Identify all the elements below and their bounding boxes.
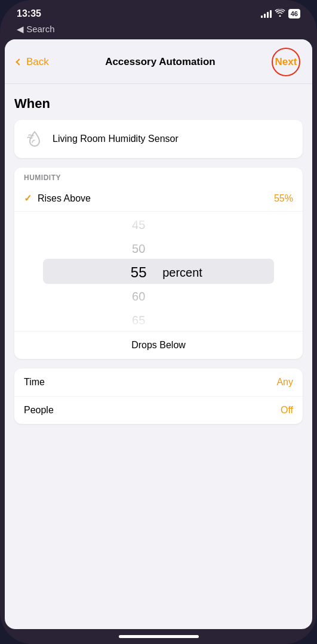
battery-icon: 46 bbox=[288, 9, 300, 18]
nav-bar: Back Accessory Automation Next bbox=[5, 39, 312, 84]
home-indicator bbox=[119, 635, 199, 638]
drops-below-row[interactable]: Drops Below bbox=[14, 331, 303, 359]
humidity-section-label: HUMIDITY bbox=[14, 168, 303, 185]
picker-number-column: 40 45 50 55 60 65 70 bbox=[115, 212, 162, 331]
time-row[interactable]: Time Any bbox=[14, 369, 303, 397]
search-area: ◀ Search bbox=[0, 23, 317, 39]
status-bar: 13:35 46 bbox=[0, 0, 317, 23]
time-label: Time bbox=[24, 377, 45, 388]
picker-item-60: 60 bbox=[115, 284, 162, 308]
people-label: People bbox=[24, 405, 54, 416]
rises-above-row[interactable]: ✓ Rises Above 55% bbox=[14, 185, 303, 212]
value-picker[interactable]: 40 45 50 55 60 65 70 percent bbox=[14, 212, 303, 331]
picker-item-65: 65 bbox=[115, 308, 162, 331]
humidity-section: HUMIDITY ✓ Rises Above 55% 40 45 bbox=[14, 168, 303, 359]
people-row[interactable]: People Off bbox=[14, 397, 303, 424]
search-back-label[interactable]: ◀ Search bbox=[17, 24, 55, 35]
rises-above-value: 55% bbox=[274, 193, 293, 204]
picker-item-50: 50 bbox=[115, 237, 162, 261]
device-card[interactable]: Living Room Humidity Sensor bbox=[14, 120, 303, 158]
main-card: Back Accessory Automation Next When bbox=[5, 39, 312, 629]
checkmark-icon: ✓ bbox=[24, 193, 32, 204]
people-value: Off bbox=[281, 405, 293, 416]
wifi-icon bbox=[275, 9, 285, 18]
status-time: 13:35 bbox=[17, 8, 41, 19]
next-button[interactable]: Next bbox=[272, 48, 300, 76]
phone-frame: 13:35 46 ◀ Search bbox=[0, 0, 317, 644]
page-title: Accessory Automation bbox=[105, 56, 216, 68]
chevron-left-icon bbox=[16, 58, 22, 65]
picker-item-45: 45 bbox=[115, 213, 162, 237]
picker-unit-label: percent bbox=[162, 261, 202, 284]
status-icons: 46 bbox=[261, 9, 300, 18]
drops-below-label: Drops Below bbox=[131, 340, 186, 350]
humidity-sensor-icon bbox=[24, 128, 45, 150]
time-value: Any bbox=[276, 377, 293, 388]
device-name: Living Room Humidity Sensor bbox=[53, 134, 178, 144]
picker-unit-column: percent bbox=[162, 212, 202, 331]
signal-icon bbox=[261, 10, 272, 18]
back-button[interactable]: Back bbox=[17, 56, 49, 68]
when-heading: When bbox=[14, 96, 303, 112]
rises-above-label: Rises Above bbox=[38, 193, 91, 204]
settings-section: Time Any People Off bbox=[14, 369, 303, 424]
content-area: When Living Room Humidity Sensor HUMIDIT… bbox=[5, 84, 312, 436]
picker-item-55: 55 bbox=[115, 261, 162, 284]
